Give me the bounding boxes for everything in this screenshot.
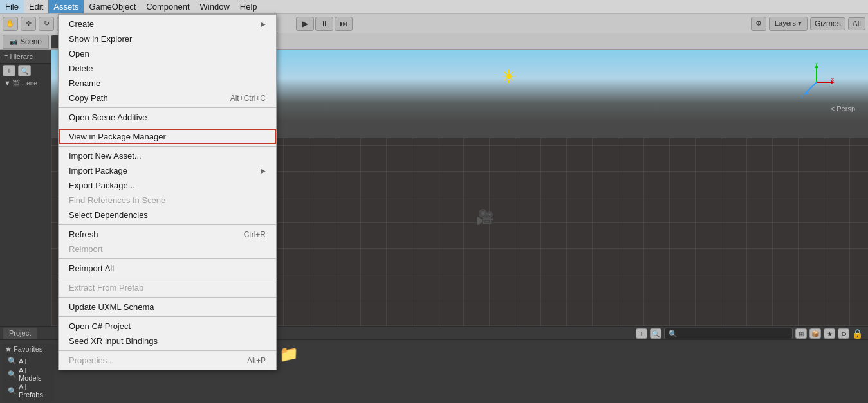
menu-item-export-package[interactable]: Export Package... — [59, 178, 276, 193]
menu-gameobject[interactable]: GameObject — [84, 0, 141, 13]
scene-tab-icon: 📷 — [10, 38, 17, 45]
hierarchy-search-btn[interactable]: 🔍 — [18, 65, 31, 76]
svg-marker-5 — [804, 91, 809, 95]
project-search-input[interactable] — [664, 328, 793, 339]
favorites-all-prefabs[interactable]: 🔍 All Prefabs — [5, 382, 51, 399]
menu-edit[interactable]: Edit — [24, 0, 48, 13]
menu-item-reimport-all-label: Reimport All — [69, 264, 114, 273]
sun-icon: ☀ — [501, 66, 517, 87]
menu-item-delete[interactable]: Delete — [59, 61, 276, 76]
camera-icon: 🎥 — [476, 209, 494, 226]
play-button[interactable]: ▶ — [296, 17, 314, 31]
all-label[interactable]: All — [848, 17, 865, 30]
favorites-label: ★ Favorites — [5, 345, 51, 354]
hierarchy-add-btn[interactable]: + — [3, 65, 15, 76]
pause-button[interactable]: ⏸ — [315, 17, 333, 31]
play-controls: ▶ ⏸ ⏭ — [296, 17, 353, 31]
menu-item-update-uxml[interactable]: Update UXML Schema — [59, 300, 276, 314]
tab-scene[interactable]: 📷 Scene — [3, 35, 49, 49]
gizmos-label[interactable]: Gizmos — [810, 17, 845, 30]
copy-path-shortcut: Alt+Ctrl+C — [230, 94, 266, 103]
menu-item-reimport-all[interactable]: Reimport All — [59, 261, 276, 276]
menu-item-refresh[interactable]: Refresh Ctrl+R — [59, 227, 276, 242]
menu-item-create-label: Create — [69, 19, 94, 29]
persp-label: < Persp — [831, 105, 855, 112]
menu-item-find-references-label: Find References In Scene — [69, 195, 165, 205]
folder-item-10[interactable]: 📁 — [279, 345, 299, 399]
menu-item-open-scene-additive-label: Open Scene Additive — [69, 112, 147, 122]
create-arrow-icon: ▶ — [261, 21, 266, 28]
svg-text:y: y — [815, 63, 818, 66]
hierarchy-header: ≡ Hierarc — [0, 50, 51, 64]
menu-separator-2 — [59, 127, 276, 127]
assets-dropdown-menu: Create ▶ Show in Explorer Open Delete Re… — [58, 14, 277, 370]
menu-item-import-new-asset[interactable]: Import New Asset... — [59, 148, 276, 163]
scene-tree-item[interactable]: ▼ 🎬 ...ene — [4, 79, 47, 87]
menu-item-open-csharp-label: Open C# Project — [69, 321, 131, 331]
packages-btn[interactable]: 📦 — [809, 328, 821, 339]
menu-item-rename[interactable]: Rename — [59, 76, 276, 91]
hand-tool[interactable]: ✋ — [3, 17, 18, 31]
menu-help[interactable]: Help — [235, 0, 263, 13]
menu-component[interactable]: Component — [141, 0, 194, 13]
scene-tab-label: Scene — [20, 37, 42, 46]
menu-separator-5 — [59, 258, 276, 259]
menu-separator-6 — [59, 278, 276, 278]
menu-item-open-csharp[interactable]: Open C# Project — [59, 319, 276, 334]
menu-item-refresh-label: Refresh — [69, 229, 98, 239]
menu-separator-1 — [59, 107, 276, 108]
settings-btn[interactable]: ⚙ — [751, 17, 766, 31]
menu-item-reimport[interactable]: Reimport — [59, 242, 276, 256]
menu-item-select-dependencies[interactable]: Select Dependencies — [59, 208, 276, 222]
favorites-panel: ★ Favorites 🔍 All 🔍 All Models 🔍 All Pre… — [3, 343, 54, 402]
menu-separator-3 — [59, 146, 276, 147]
move-tool[interactable]: ✛ — [21, 17, 36, 31]
menu-window[interactable]: Window — [195, 0, 235, 13]
menu-item-open[interactable]: Open — [59, 46, 276, 61]
menu-item-copy-path[interactable]: Copy Path Alt+Ctrl+C — [59, 91, 276, 105]
menu-item-import-package-label: Import Package — [69, 166, 127, 175]
menu-item-extract-from-prefab-label: Extract From Prefab — [69, 283, 143, 292]
menu-item-find-references[interactable]: Find References In Scene — [59, 193, 276, 208]
bottom-tab-project[interactable]: Project — [3, 328, 37, 339]
import-package-arrow-icon: ▶ — [261, 167, 266, 174]
list-view-btn[interactable]: ⊞ — [795, 328, 807, 339]
settings-btn2[interactable]: ⚙ — [838, 328, 849, 339]
menu-item-properties-label: Properties... — [69, 355, 114, 365]
favorites-all[interactable]: 🔍 All — [5, 356, 51, 366]
menu-item-show-in-explorer[interactable]: Show in Explorer — [59, 31, 276, 46]
orientation-gizmo[interactable]: x y z — [797, 63, 836, 102]
layers-btn[interactable]: Layers ▾ — [769, 17, 808, 31]
menu-bar: File Edit Assets GameObject Component Wi… — [0, 0, 868, 14]
menu-item-open-scene-additive[interactable]: Open Scene Additive — [59, 110, 276, 125]
project-search-btn[interactable]: 🔍 — [650, 328, 661, 339]
menu-file[interactable]: File — [0, 0, 24, 13]
menu-item-properties[interactable]: Properties... Alt+P — [59, 353, 276, 368]
menu-item-extract-from-prefab[interactable]: Extract From Prefab — [59, 280, 276, 295]
menu-item-create[interactable]: Create ▶ — [59, 17, 276, 31]
menu-item-seed-xr[interactable]: Seed XR Input Bindings — [59, 334, 276, 348]
svg-text:z: z — [800, 94, 803, 100]
step-button[interactable]: ⏭ — [335, 17, 353, 31]
rotate-tool[interactable]: ↻ — [39, 17, 54, 31]
menu-item-view-package-manager-label: View in Package Manager — [69, 132, 166, 141]
star-btn[interactable]: ★ — [824, 328, 835, 339]
menu-item-update-uxml-label: Update UXML Schema — [69, 302, 154, 312]
refresh-shortcut: Ctrl+R — [244, 230, 266, 239]
properties-shortcut: Alt+P — [247, 356, 266, 365]
menu-item-select-dependencies-label: Select Dependencies — [69, 210, 148, 220]
svg-text:x: x — [831, 76, 834, 82]
menu-item-open-label: Open — [69, 49, 89, 58]
menu-separator-4 — [59, 224, 276, 225]
project-add-btn[interactable]: + — [636, 328, 647, 339]
hierarchy-label: ≡ Hierarc — [4, 53, 33, 60]
favorites-all-models[interactable]: 🔍 All Models — [5, 366, 51, 382]
menu-item-import-new-asset-label: Import New Asset... — [69, 151, 142, 161]
menu-item-view-package-manager[interactable]: View in Package Manager — [59, 129, 276, 144]
menu-separator-7 — [59, 297, 276, 298]
menu-item-show-in-explorer-label: Show in Explorer — [69, 34, 132, 44]
menu-item-import-package[interactable]: Import Package ▶ — [59, 163, 276, 178]
menu-separator-8 — [59, 316, 276, 317]
menu-assets[interactable]: Assets — [48, 0, 84, 13]
menu-item-delete-label: Delete — [69, 64, 93, 73]
